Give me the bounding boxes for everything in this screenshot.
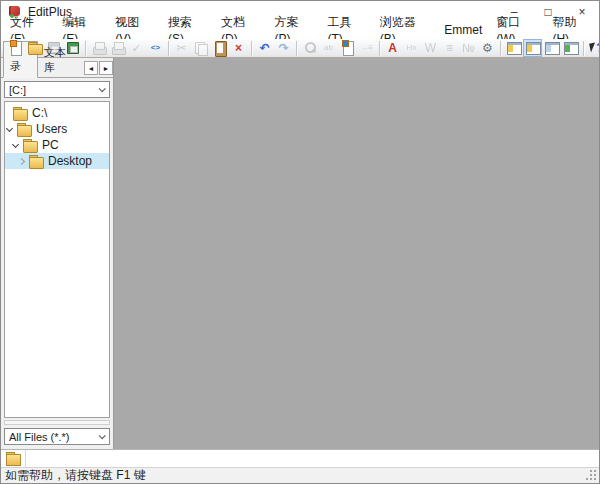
- go-to-line-button[interactable]: →≡: [357, 39, 376, 57]
- delete-button[interactable]: ×: [229, 39, 248, 57]
- copy-icon: [193, 40, 209, 56]
- editor-empty-area: [114, 58, 599, 449]
- goto-line-icon: →≡: [359, 40, 375, 56]
- tab-scroll-right-button[interactable]: ►: [99, 61, 113, 75]
- set-font-button[interactable]: A: [383, 39, 402, 57]
- expanded-chevron-icon[interactable]: [6, 124, 13, 131]
- toggle-functions-window-button[interactable]: [542, 39, 561, 57]
- output-window-icon: [563, 40, 579, 56]
- toolbar-separator: [296, 41, 297, 56]
- undo-button[interactable]: ↶: [255, 39, 274, 57]
- directory-tree: C:\UsersPCDesktop: [4, 101, 110, 418]
- delete-icon: ×: [231, 40, 247, 56]
- redo-arrow-icon: ↷: [276, 40, 292, 56]
- tree-item-label: PC: [42, 138, 59, 152]
- file-filter-select[interactable]: All Files (*.*): [4, 428, 110, 445]
- drive-select[interactable]: [C:]: [4, 81, 110, 98]
- tree-item-drive-c[interactable]: C:\: [5, 105, 109, 121]
- menu-item-emmet[interactable]: Emmet: [437, 22, 489, 39]
- toolbar-separator: [251, 41, 252, 56]
- save-button[interactable]: [44, 39, 63, 57]
- new-document-button[interactable]: [6, 39, 25, 57]
- toolbar-separator: [379, 41, 380, 56]
- replace-icon: ab: [321, 40, 337, 56]
- replace-button[interactable]: ab: [319, 39, 338, 57]
- toggle-directory-window-button[interactable]: [523, 39, 542, 57]
- directory-window-icon: [525, 40, 541, 56]
- spell-check-button[interactable]: ✓: [127, 39, 146, 57]
- file-filter-value: All Files (*.*): [9, 431, 70, 443]
- document-bar-divider: [25, 450, 26, 467]
- expanded-chevron-icon[interactable]: [12, 140, 19, 147]
- editplus-window: EditPlus – □ × 文件(F)编辑(E)视图(V)搜索(S)文档(D)…: [0, 0, 600, 484]
- browser-code-icon: <>: [148, 40, 164, 56]
- collapsed-chevron-icon[interactable]: [18, 157, 25, 164]
- view-in-browser-button[interactable]: <>: [146, 39, 165, 57]
- find-in-files-icon: [340, 40, 356, 56]
- tab-scroll-left-button[interactable]: ◄: [84, 61, 98, 75]
- save-icon: [46, 40, 62, 56]
- print-icon: [110, 40, 126, 56]
- document-list-button[interactable]: [1, 450, 25, 467]
- tree-horizontal-scrollbar[interactable]: [4, 420, 110, 425]
- preferences-button[interactable]: ⚙: [478, 39, 497, 57]
- save-all-button[interactable]: [63, 39, 82, 57]
- show-marks-button[interactable]: ≡: [440, 39, 459, 57]
- print-button[interactable]: [108, 39, 127, 57]
- chevron-down-icon: [99, 85, 106, 92]
- gear-icon: ⚙: [480, 40, 496, 56]
- directory-panel: 目录文本库◄► [C:] C:\UsersPCDesktop All Files…: [1, 58, 114, 449]
- editplus-app-icon: [8, 5, 22, 18]
- toolbar-separator: [168, 41, 169, 56]
- chevron-down-icon: [99, 432, 106, 439]
- tree-item-pc[interactable]: PC: [5, 137, 109, 153]
- word-wrap-button[interactable]: W: [421, 39, 440, 57]
- paragraph-marks-icon: ≡: [442, 40, 458, 56]
- resize-grip[interactable]: [590, 470, 592, 472]
- toggle-cliptext-window-button[interactable]: [504, 39, 523, 57]
- context-help-button[interactable]: ?: [587, 39, 599, 57]
- toolbar-separator: [85, 41, 86, 56]
- cliptext-window-icon: [506, 40, 522, 56]
- status-bar: 如需帮助，请按键盘 F1 键: [1, 467, 599, 483]
- tab-scroll-buttons: ◄►: [83, 61, 113, 75]
- open-file-button[interactable]: [25, 39, 44, 57]
- toolbar-separator: [500, 41, 501, 56]
- toggle-output-window-button[interactable]: [561, 39, 580, 57]
- folder-icon: [23, 139, 38, 152]
- tree-item-desktop[interactable]: Desktop: [5, 153, 109, 169]
- toolbar-separator: [583, 41, 584, 56]
- functions-window-icon: [544, 40, 560, 56]
- document-tab-bar: [1, 449, 599, 467]
- folder-icon: [17, 123, 32, 136]
- print-preview-icon: [91, 40, 107, 56]
- help-pointer-icon: ?: [589, 40, 600, 56]
- hex-viewer-button[interactable]: Hx: [402, 39, 421, 57]
- window-body: 目录文本库◄► [C:] C:\UsersPCDesktop All Files…: [1, 58, 599, 449]
- paste-button[interactable]: [210, 39, 229, 57]
- line-numbers-icon: №: [461, 40, 477, 56]
- toolbar: ✓<>✂×↶↷ab→≡AHxW≡№⚙?: [1, 39, 599, 58]
- redo-button[interactable]: ↷: [274, 39, 293, 57]
- folder-icon: [6, 452, 21, 465]
- find-button[interactable]: [300, 39, 319, 57]
- hex-viewer-icon: Hx: [404, 40, 420, 56]
- tree-item-users[interactable]: Users: [5, 121, 109, 137]
- print-preview-button[interactable]: [89, 39, 108, 57]
- folder-icon: [13, 107, 28, 120]
- copy-button[interactable]: [191, 39, 210, 57]
- open-folder-icon: [27, 40, 43, 56]
- drive-select-value: [C:]: [9, 84, 26, 96]
- line-numbers-button[interactable]: №: [459, 39, 478, 57]
- tree-item-label: C:\: [32, 106, 47, 120]
- cut-button[interactable]: ✂: [172, 39, 191, 57]
- sidebar-tabs: 目录文本库◄►: [1, 58, 113, 78]
- word-wrap-icon: W: [423, 40, 439, 56]
- clipboard-icon: [212, 40, 228, 56]
- save-all-icon: [65, 40, 81, 56]
- spell-check-icon: ✓: [129, 40, 145, 56]
- find-in-files-button[interactable]: [338, 39, 357, 57]
- magnifier-icon: [302, 40, 318, 56]
- menu-bar: 文件(F)编辑(E)视图(V)搜索(S)文档(D)方案(P)工具(T)浏览器(B…: [1, 22, 599, 39]
- status-message: 如需帮助，请按键盘 F1 键: [5, 467, 146, 484]
